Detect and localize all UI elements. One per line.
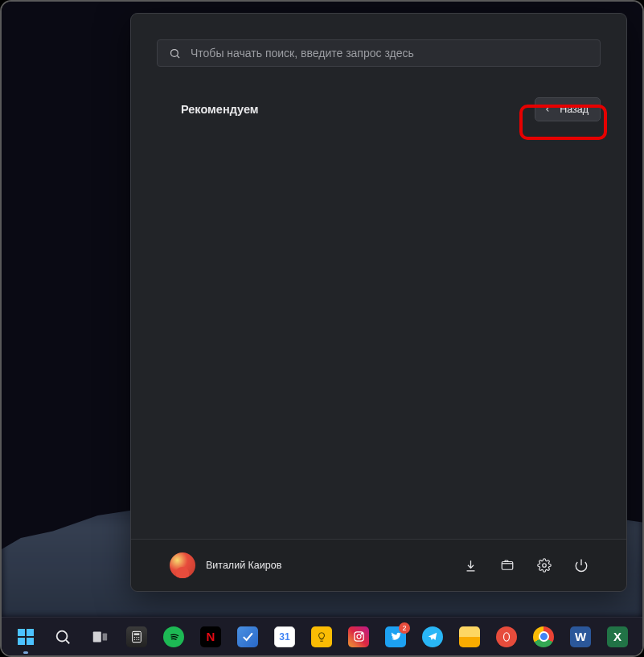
- start-footer: Виталий Каиров: [131, 539, 626, 591]
- user-name: Виталий Каиров: [206, 560, 281, 571]
- opera-icon: [496, 626, 517, 647]
- spotify-icon: [163, 626, 184, 647]
- svg-point-23: [357, 634, 361, 639]
- taskbar-opera-gx[interactable]: [490, 621, 523, 653]
- taskbar-word[interactable]: W: [564, 621, 597, 653]
- svg-rect-7: [27, 629, 34, 636]
- settings-button[interactable]: [535, 556, 553, 574]
- svg-point-17: [136, 637, 137, 638]
- footer-actions: [461, 556, 590, 574]
- taskbar-instagram[interactable]: [343, 621, 375, 653]
- power-icon: [574, 558, 589, 573]
- netflix-icon: N: [200, 626, 221, 647]
- taskbar-chrome[interactable]: [527, 621, 560, 653]
- taskbar-twitter[interactable]: 2: [379, 621, 412, 653]
- taskbar-spotify[interactable]: [158, 621, 190, 653]
- power-button[interactable]: [572, 556, 590, 574]
- taskbar-netflix[interactable]: N: [195, 621, 227, 653]
- taskbar-task-view[interactable]: [84, 621, 116, 653]
- svg-point-24: [361, 633, 362, 634]
- svg-rect-8: [18, 638, 25, 645]
- svg-point-4: [543, 564, 547, 568]
- download-icon: [464, 559, 478, 573]
- instagram-icon: [348, 626, 369, 647]
- task-view-icon: [91, 628, 109, 646]
- taskbar-calendar[interactable]: 31: [269, 621, 301, 653]
- svg-point-10: [57, 630, 68, 641]
- section-header: Рекомендуем Назад: [157, 97, 601, 121]
- taskbar-telegram[interactable]: [416, 621, 449, 653]
- search-icon: [54, 628, 72, 646]
- keep-icon: [311, 626, 332, 647]
- svg-rect-12: [93, 631, 101, 642]
- svg-point-0: [171, 49, 178, 56]
- avatar: [170, 552, 195, 578]
- search-input[interactable]: Чтобы начать поиск, введите запрос здесь: [157, 39, 601, 67]
- downloads-button[interactable]: [461, 556, 479, 574]
- svg-line-11: [66, 640, 69, 643]
- windows-start-icon: [16, 627, 35, 647]
- documents-button[interactable]: [498, 556, 516, 574]
- calendar-icon: 31: [274, 626, 295, 647]
- user-account-button[interactable]: Виталий Каиров: [170, 552, 281, 578]
- folder-icon: [500, 558, 515, 573]
- taskbar: N 31 2 W: [2, 617, 642, 655]
- svg-rect-3: [502, 562, 513, 570]
- start-menu: Чтобы начать поиск, введите запрос здесь…: [130, 13, 627, 592]
- taskbar-search[interactable]: [47, 621, 79, 653]
- taskbar-file-explorer[interactable]: [453, 621, 486, 653]
- back-button-label: Назад: [560, 104, 589, 115]
- taskbar-start[interactable]: [10, 621, 42, 653]
- svg-point-25: [504, 632, 510, 641]
- folder-icon: [459, 626, 480, 647]
- section-title: Рекомендуем: [181, 103, 259, 116]
- back-button[interactable]: Назад: [535, 97, 601, 121]
- svg-point-20: [136, 639, 137, 639]
- taskbar-calculator[interactable]: [121, 621, 153, 653]
- chevron-left-icon: [544, 105, 552, 113]
- taskbar-excel[interactable]: X: [601, 621, 634, 653]
- svg-rect-9: [27, 638, 34, 645]
- taskbar-keep[interactable]: [306, 621, 338, 653]
- recommended-content: [131, 121, 626, 539]
- taskbar-todo[interactable]: [232, 621, 264, 653]
- calculator-icon: [126, 626, 147, 647]
- svg-rect-15: [134, 633, 140, 635]
- svg-point-16: [134, 637, 135, 638]
- search-placeholder: Чтобы начать поиск, введите запрос здесь: [191, 47, 414, 60]
- word-icon: W: [570, 626, 591, 647]
- svg-point-19: [134, 639, 135, 639]
- svg-point-21: [138, 639, 139, 639]
- svg-rect-13: [103, 633, 108, 640]
- excel-icon: X: [607, 626, 628, 647]
- svg-line-1: [177, 55, 179, 58]
- todo-icon: [237, 626, 258, 647]
- svg-rect-6: [18, 629, 25, 636]
- twitter-badge: 2: [399, 622, 410, 634]
- gear-icon: [537, 558, 552, 573]
- svg-point-18: [138, 637, 139, 638]
- chrome-icon: [533, 626, 554, 647]
- telegram-icon: [422, 626, 443, 647]
- search-icon: [169, 47, 181, 60]
